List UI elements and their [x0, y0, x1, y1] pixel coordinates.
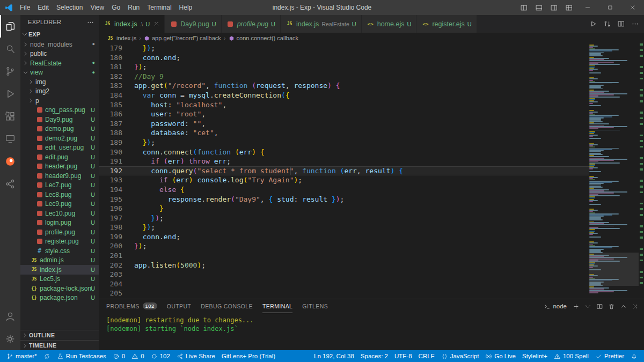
code-line-187[interactable]: 187 password: "",: [99, 119, 589, 129]
line-number[interactable]: 195: [99, 195, 132, 204]
split-editor-button[interactable]: [614, 15, 628, 33]
tree-item-Lec8.pug[interactable]: Lec8.pugU: [20, 190, 99, 200]
tree-item-public[interactable]: public: [20, 49, 99, 59]
line-number[interactable]: 191: [99, 157, 132, 166]
more-actions-button[interactable]: [628, 15, 642, 33]
activity-search[interactable]: [0, 38, 20, 60]
menu-edit[interactable]: Edit: [34, 0, 53, 15]
open-changes-button[interactable]: [600, 15, 614, 33]
minimap-slider[interactable]: [589, 253, 639, 286]
menu-selection[interactable]: Selection: [53, 0, 86, 15]
tab-profile.pug[interactable]: profile.pugU: [222, 15, 281, 33]
tree-item-node_modules[interactable]: node_modules●: [20, 40, 99, 49]
line-number[interactable]: 202: [99, 261, 132, 270]
close-panel-button[interactable]: [629, 300, 641, 312]
maximize-panel-button[interactable]: [617, 300, 629, 312]
line-number[interactable]: 197: [99, 213, 132, 223]
status-problem-count[interactable]: 102: [148, 350, 173, 362]
tree-item-login.pug[interactable]: login.pugU: [20, 218, 99, 228]
code-line-201[interactable]: 201: [99, 251, 589, 261]
tab-Day9.pug[interactable]: Day9.pugU: [165, 15, 221, 33]
code-line-191[interactable]: 191 if (err) throw err;: [99, 157, 589, 166]
code-line-204[interactable]: 204: [99, 279, 589, 289]
menu-help[interactable]: Help: [175, 0, 196, 15]
more-actions-icon[interactable]: [86, 18, 94, 26]
breadcrumb-item[interactable]: app.get("/record") callback: [144, 35, 221, 41]
line-number[interactable]: 190: [99, 147, 132, 157]
code-line-189[interactable]: 189 });: [99, 138, 589, 147]
tree-item-demo.pug[interactable]: demo.pugU: [20, 124, 99, 134]
status-stylelint[interactable]: Stylelint+: [519, 350, 551, 362]
panel-tab-problems[interactable]: PROBLEMS102: [106, 299, 157, 313]
tree-item-index.js[interactable]: JSindex.jsU: [20, 265, 99, 275]
close-window-button[interactable]: [621, 0, 644, 15]
status-warnings[interactable]: 0: [128, 350, 147, 362]
line-number[interactable]: 189: [99, 138, 132, 147]
code-line-186[interactable]: 186 user: "root",: [99, 109, 589, 119]
menu-run[interactable]: Run: [124, 0, 143, 15]
panel-tab-output[interactable]: OUTPUT: [167, 299, 192, 313]
tree-item-Day9.pug[interactable]: Day9.pugU: [20, 115, 99, 124]
customize-layout-button[interactable]: [561, 0, 576, 15]
line-number[interactable]: 182: [99, 72, 132, 82]
tree-item-img2[interactable]: img2: [20, 87, 99, 97]
tree-item-package.json[interactable]: {}package.jsonU: [20, 293, 99, 303]
line-number[interactable]: 205: [99, 289, 132, 298]
new-terminal-button[interactable]: [570, 300, 582, 312]
activity-source-control[interactable]: [0, 60, 20, 83]
code-line-195[interactable]: 195 response.render("Day9", { stud: resu…: [99, 195, 589, 204]
line-number[interactable]: 199: [99, 232, 132, 242]
line-number[interactable]: 201: [99, 251, 132, 261]
activity-api-client[interactable]: [0, 150, 20, 173]
code-line-199[interactable]: 199 conn.end;: [99, 232, 589, 242]
toggle-sidebar-button[interactable]: [516, 0, 531, 15]
status-indentation[interactable]: Spaces: 2: [357, 350, 391, 362]
tree-item-view[interactable]: view●: [20, 68, 99, 78]
tree-item-p[interactable]: p: [20, 96, 99, 106]
code-editor[interactable]: 179 });180 conn.end;181});182//Day 9183a…: [99, 43, 589, 299]
tree-item-style.css[interactable]: #style.cssU: [20, 246, 99, 256]
activity-extensions[interactable]: [0, 105, 20, 128]
minimize-button[interactable]: [576, 0, 599, 15]
status-live-share[interactable]: Live Share: [173, 350, 218, 362]
tab-register.ejs[interactable]: <>register.ejsU: [416, 15, 477, 33]
breadcrumb-item[interactable]: conn.connect() callback: [229, 35, 299, 41]
code-line-182[interactable]: 182//Day 9: [99, 72, 589, 82]
code-line-180[interactable]: 180 conn.end;: [99, 53, 589, 63]
code-line-202[interactable]: 202app.listen(5000);: [99, 261, 589, 270]
tree-item-admin.js[interactable]: JSadmin.jsU: [20, 256, 99, 265]
code-line-185[interactable]: 185 host: "localhost",: [99, 100, 589, 110]
tree-item-register.pug[interactable]: register.pugU: [20, 237, 99, 247]
tree-item-header9.pug[interactable]: header9.pugU: [20, 171, 99, 181]
status-encoding[interactable]: UTF-8: [391, 350, 415, 362]
status-language-mode[interactable]: JavaScript: [438, 350, 482, 362]
code-line-197[interactable]: 197 });: [99, 213, 589, 223]
status-go-live[interactable]: Go Live: [482, 350, 519, 362]
line-number[interactable]: 179: [99, 43, 132, 53]
line-number[interactable]: 185: [99, 100, 132, 110]
code-line-200[interactable]: 200});: [99, 241, 589, 251]
toggle-panel-button[interactable]: [531, 0, 546, 15]
line-number[interactable]: 180: [99, 53, 132, 63]
outline-section[interactable]: OUTLINE: [20, 330, 99, 340]
activity-explorer[interactable]: [0, 15, 20, 38]
line-number[interactable]: 198: [99, 223, 132, 232]
status-run-testcases[interactable]: Run Testcases: [54, 350, 109, 362]
code-line-181[interactable]: 181});: [99, 62, 589, 72]
status-cursor-position[interactable]: Ln 192, Col 38: [311, 350, 357, 362]
status-sync-changes[interactable]: [40, 350, 54, 362]
status-notifications[interactable]: [627, 350, 641, 362]
tab-index.js[interactable]: JSindex.js.\U: [99, 15, 165, 33]
code-line-194[interactable]: 194 else {: [99, 185, 589, 195]
status-errors[interactable]: 0: [109, 350, 128, 362]
code-line-184[interactable]: 184 var conn = mysql.createConnection({: [99, 91, 589, 100]
tree-item-Lec5.js[interactable]: JSLec5.jsU: [20, 275, 99, 284]
minimap[interactable]: [589, 43, 639, 299]
activity-settings[interactable]: [0, 328, 20, 350]
terminal-shell-select[interactable]: node: [544, 303, 567, 310]
tree-item-profile.pug[interactable]: profile.pugU: [20, 227, 99, 237]
code-line-183[interactable]: 183app.get("/record", function (request,…: [99, 81, 589, 91]
status-eol[interactable]: CRLF: [415, 350, 438, 362]
code-line-190[interactable]: 190 conn.connect(function (err) {: [99, 147, 589, 157]
activity-run-debug[interactable]: [0, 83, 20, 105]
